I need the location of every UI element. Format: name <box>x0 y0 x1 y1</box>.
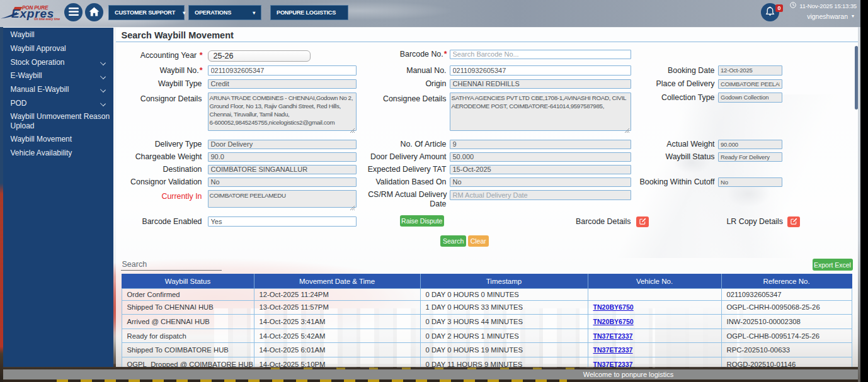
waybill-status-label: Waybill Status <box>620 152 716 162</box>
barcode-details-button[interactable] <box>636 216 649 227</box>
chevron-down-icon: ▾ <box>245 10 255 16</box>
home-button[interactable] <box>85 3 103 21</box>
chevron-down-icon: ▾ <box>175 10 185 16</box>
cell-reference: RPC-202510-00633 <box>721 343 852 357</box>
consignor-textarea[interactable]: ARUNA TRADE COMBINES - CHENNAI,Godown No… <box>208 93 357 131</box>
vehicle-link[interactable]: TN20BY6750 <box>593 303 634 311</box>
column-header[interactable]: Reference No. <box>721 274 852 289</box>
consignor-validation-input[interactable] <box>208 177 357 188</box>
vehicle-link[interactable]: TN37ET2337 <box>593 346 633 354</box>
collection-type-input[interactable] <box>718 93 782 103</box>
cell-reference: ROGD-202510-01146 <box>721 357 852 367</box>
column-header[interactable]: Waybill Status <box>122 274 254 289</box>
sidebar-item-vehicle-availability[interactable]: Vehicle Availability <box>3 146 114 160</box>
barcode-no-label: Barcode No.* <box>336 50 447 59</box>
cell-reference: INW-202510-00002308 <box>721 315 852 329</box>
manual-no-input[interactable] <box>450 65 631 76</box>
content-scrollbar[interactable] <box>855 46 858 110</box>
nav-operations[interactable]: OPERATIONS▾ <box>188 5 261 20</box>
collection-type-label: Collection Type <box>620 93 716 103</box>
chargeable-weight-input[interactable] <box>208 152 357 162</box>
booking-within-cutoff-label: Booking Within Cutoff <box>620 177 716 187</box>
nav-ponpure-logistics[interactable]: PONPURE LOGISTICS <box>270 5 348 20</box>
expected-tat-input[interactable] <box>450 165 631 175</box>
chevron-down-icon <box>100 101 106 106</box>
waybill-type-label: Waybill Type <box>116 79 203 89</box>
cs-rm-date-input[interactable] <box>450 190 631 200</box>
sidebar-item-pod[interactable]: POD <box>3 96 114 110</box>
actual-weight-input[interactable] <box>718 140 782 150</box>
raise-dispute-button[interactable]: Raise Dispute <box>400 215 445 227</box>
accounting-year-input[interactable] <box>208 50 311 62</box>
sidebar-item-manual-e-waybill[interactable]: Manual E-Waybill <box>3 82 114 96</box>
cell-waybill-status: Arrived @ CHENNAI HUB <box>122 315 254 329</box>
lr-copy-details-button[interactable] <box>787 216 800 227</box>
column-header[interactable]: Vehicle No. <box>588 274 721 289</box>
notifications[interactable]: 0 <box>761 3 789 23</box>
cell-movement-datetime: 14-Oct-2025 5:42AM <box>254 329 420 343</box>
vehicle-link[interactable]: TN37ET2337 <box>593 361 633 367</box>
logo-tagline: On time every time <box>34 18 60 21</box>
search-button[interactable]: Search <box>440 235 467 247</box>
nav-customer-support[interactable]: CUSTOMER SUPPORT▾ <box>108 5 185 20</box>
column-header[interactable]: Timestamp <box>420 274 588 289</box>
table-header-row: Waybill Status Movement Date & Time Time… <box>122 274 852 289</box>
table-row: OGPL_Dropped @ COIMBATORE HUB 14-Oct-202… <box>122 357 852 367</box>
sidebar-item-waybill-approval[interactable]: Waybill Approval <box>3 42 114 55</box>
currently-in-textarea[interactable]: COIMBATORE PEELAMEDU <box>208 190 357 208</box>
table-row: Shipped To CHENNAI HUB 13-Oct-2025 11:57… <box>122 300 852 315</box>
sidebar-item-waybill-unmovement-reason-upload[interactable]: Waybill Unmovement Reason Upload <box>3 110 114 133</box>
barcode-no-input[interactable] <box>450 50 631 60</box>
table-row: Order Confirmed 12-Oct-2025 11:24PM 0 DA… <box>122 289 852 301</box>
destination-label: Destination <box>116 165 203 174</box>
delivery-type-label: Delivery Type <box>116 140 203 149</box>
cell-movement-datetime: 12-Oct-2025 11:24PM <box>254 289 420 301</box>
barcode-enabled-input[interactable] <box>208 216 357 227</box>
door-delivery-amount-input[interactable] <box>450 152 631 162</box>
sidebar-item-waybill[interactable]: Waybill <box>3 28 114 42</box>
cell-timestamp: 1 DAY 0 HOURS 33 MINUTES <box>420 300 588 315</box>
chevron-down-icon <box>100 60 106 65</box>
main-panel: Search Waybill Movement Accounting Year … <box>116 28 859 368</box>
origin-input[interactable] <box>450 79 631 89</box>
sidebar-item-stock-operation[interactable]: Stock Operation <box>3 55 114 69</box>
waybill-no-input[interactable] <box>208 65 357 76</box>
hamburger-icon <box>69 8 79 18</box>
booking-date-input[interactable] <box>718 65 782 76</box>
consignee-textarea[interactable]: SATHYA AGENCIES PVT LTD CBE,1708-1,AVINA… <box>450 93 631 131</box>
page-title-bar: Search Waybill Movement <box>116 28 859 43</box>
sidebar-item-waybill-movement[interactable]: Waybill Movement <box>3 132 114 146</box>
cell-vehicle: TN37ET2337 <box>588 343 721 357</box>
table-row: Shipped To COIMBATORE HUB 14-Oct-2025 6:… <box>122 343 852 357</box>
no-of-article-input[interactable] <box>450 140 631 150</box>
cell-vehicle: TN37ET2337 <box>588 357 721 367</box>
cell-vehicle <box>588 289 721 301</box>
brand-logo[interactable]: PON PURE Expres On time every time <box>1 2 71 25</box>
user-menu[interactable]: vigneshwaran▾ <box>807 13 854 20</box>
vehicle-link[interactable]: TN37ET2337 <box>593 332 633 340</box>
vehicle-link[interactable]: TN20BY6750 <box>593 318 634 325</box>
column-header[interactable]: Movement Date & Time <box>254 274 420 289</box>
cell-timestamp: 0 DAY 0 HOURS 19 MINUTES <box>420 343 588 357</box>
destination-input[interactable] <box>208 165 357 175</box>
lr-copy-details-label: LR Copy Details <box>689 217 784 226</box>
export-excel-button[interactable]: Export Excel <box>813 259 853 271</box>
sidebar-item-e-waybill[interactable]: E-Waybill <box>3 69 114 83</box>
menu-button[interactable] <box>64 3 83 21</box>
clear-button[interactable]: Clear <box>468 235 489 247</box>
waybill-status-input[interactable] <box>718 152 782 162</box>
place-of-delivery-input[interactable] <box>718 79 782 89</box>
footer-bar: Welcome to ponpure logistics <box>3 369 859 379</box>
manual-no-label: Manual No. <box>336 66 447 76</box>
cell-movement-datetime: 13-Oct-2025 11:57PM <box>254 300 420 315</box>
bell-icon <box>765 6 775 19</box>
waybill-type-input[interactable] <box>208 79 357 89</box>
cell-movement-datetime: 14-Oct-2025 3:41AM <box>254 315 420 329</box>
booking-within-cutoff-input[interactable] <box>718 177 782 188</box>
delivery-type-input[interactable] <box>208 140 357 150</box>
table-search-input[interactable] <box>121 258 222 271</box>
validation-based-on-input[interactable] <box>450 177 631 188</box>
origin-label: Origin <box>336 79 447 89</box>
validation-based-on-label: Validation Based On <box>336 177 447 187</box>
cell-timestamp: 0 DAY 2 HOURS 1 MINUTES <box>420 329 588 343</box>
